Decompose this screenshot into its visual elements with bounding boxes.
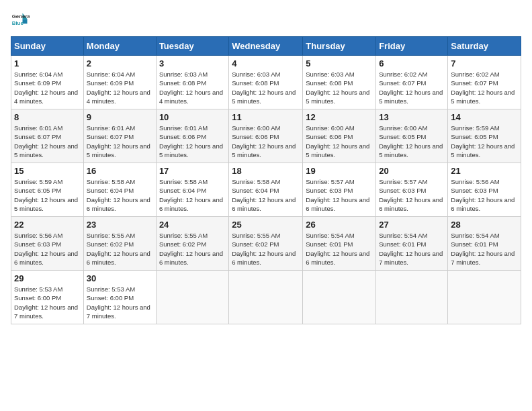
day-info: Sunrise: 6:01 AMSunset: 6:07 PMDaylight:… [87,124,153,159]
day-number: 1 [14,58,81,68]
calendar-cell: 20 Sunrise: 5:57 AMSunset: 6:03 PMDaylig… [376,163,448,217]
day-info: Sunrise: 6:00 AMSunset: 6:06 PMDaylight:… [232,124,300,159]
day-info: Sunrise: 5:57 AMSunset: 6:03 PMDaylight:… [379,177,445,213]
day-info: Sunrise: 5:55 AMSunset: 6:02 PMDaylight:… [159,231,226,267]
calendar-cell [448,271,521,324]
day-number: 13 [379,112,445,122]
day-number: 9 [87,112,153,122]
calendar-cell: 19 Sunrise: 5:57 AMSunset: 6:03 PMDaylig… [303,163,376,217]
day-info: Sunrise: 6:04 AMSunset: 6:09 PMDaylight:… [87,70,153,105]
calendar-cell: 8 Sunrise: 6:01 AMSunset: 6:07 PMDayligh… [11,109,84,163]
day-number: 15 [14,166,81,176]
day-number: 14 [451,112,518,122]
calendar-cell: 1 Sunrise: 6:04 AMSunset: 6:09 PMDayligh… [11,56,84,109]
calendar-cell: 10 Sunrise: 6:01 AMSunset: 6:06 PMDaylig… [156,109,228,163]
day-number: 2 [87,58,153,68]
day-number: 29 [14,273,81,283]
column-header-saturday: Saturday [448,37,521,56]
calendar-cell: 15 Sunrise: 5:59 AMSunset: 6:05 PMDaylig… [11,163,84,217]
calendar-cell: 21 Sunrise: 5:56 AMSunset: 6:03 PMDaylig… [448,163,521,217]
calendar-cell: 13 Sunrise: 6:00 AMSunset: 6:05 PMDaylig… [376,109,448,163]
calendar-cell: 26 Sunrise: 5:54 AMSunset: 6:01 PMDaylig… [303,217,376,271]
calendar-cell: 29 Sunrise: 5:53 AMSunset: 6:00 PMDaylig… [11,271,84,324]
day-info: Sunrise: 5:57 AMSunset: 6:03 PMDaylight:… [306,177,373,213]
calendar-cell: 28 Sunrise: 5:54 AMSunset: 6:01 PMDaylig… [448,217,521,271]
calendar-cell [156,271,228,324]
calendar-week-5: 29 Sunrise: 5:53 AMSunset: 6:00 PMDaylig… [11,271,521,324]
day-info: Sunrise: 5:58 AMSunset: 6:04 PMDaylight:… [159,177,226,213]
day-number: 12 [306,112,373,122]
column-header-wednesday: Wednesday [229,37,303,56]
day-info: Sunrise: 5:54 AMSunset: 6:01 PMDaylight:… [451,231,518,267]
calendar-cell: 22 Sunrise: 5:56 AMSunset: 6:03 PMDaylig… [11,217,84,271]
day-number: 17 [159,166,226,176]
calendar-cell: 5 Sunrise: 6:03 AMSunset: 6:08 PMDayligh… [303,56,376,109]
calendar-cell [229,271,303,324]
logo: General Blue [11,11,30,30]
day-info: Sunrise: 6:03 AMSunset: 6:08 PMDaylight:… [232,70,300,105]
day-info: Sunrise: 6:00 AMSunset: 6:06 PMDaylight:… [306,124,373,159]
column-header-thursday: Thursday [303,37,376,56]
day-number: 19 [306,166,373,176]
day-info: Sunrise: 5:56 AMSunset: 6:03 PMDaylight:… [451,177,518,213]
calendar-week-1: 1 Sunrise: 6:04 AMSunset: 6:09 PMDayligh… [11,56,521,109]
day-number: 30 [87,273,153,283]
day-info: Sunrise: 5:59 AMSunset: 6:05 PMDaylight:… [451,124,518,159]
day-info: Sunrise: 5:55 AMSunset: 6:02 PMDaylight:… [232,231,300,267]
day-number: 25 [232,220,300,230]
calendar-cell: 6 Sunrise: 6:02 AMSunset: 6:07 PMDayligh… [376,56,448,109]
day-number: 4 [232,58,300,68]
svg-text:General: General [12,13,30,19]
calendar-cell: 27 Sunrise: 5:54 AMSunset: 6:01 PMDaylig… [376,217,448,271]
day-number: 11 [232,112,300,122]
day-number: 6 [379,58,445,68]
calendar-cell: 25 Sunrise: 5:55 AMSunset: 6:02 PMDaylig… [229,217,303,271]
day-info: Sunrise: 5:55 AMSunset: 6:02 PMDaylight:… [87,231,153,267]
day-number: 21 [451,166,518,176]
day-info: Sunrise: 5:58 AMSunset: 6:04 PMDaylight:… [232,177,300,213]
calendar-cell: 9 Sunrise: 6:01 AMSunset: 6:07 PMDayligh… [83,109,156,163]
day-info: Sunrise: 5:56 AMSunset: 6:03 PMDaylight:… [14,231,81,267]
calendar-cell: 3 Sunrise: 6:03 AMSunset: 6:08 PMDayligh… [156,56,228,109]
calendar-week-4: 22 Sunrise: 5:56 AMSunset: 6:03 PMDaylig… [11,217,521,271]
day-info: Sunrise: 5:58 AMSunset: 6:04 PMDaylight:… [87,177,153,213]
day-number: 3 [159,58,226,68]
calendar-cell: 4 Sunrise: 6:03 AMSunset: 6:08 PMDayligh… [229,56,303,109]
column-header-tuesday: Tuesday [156,37,228,56]
day-info: Sunrise: 6:03 AMSunset: 6:08 PMDaylight:… [306,70,373,105]
day-number: 28 [451,220,518,230]
day-number: 26 [306,220,373,230]
day-number: 5 [306,58,373,68]
calendar-table: SundayMondayTuesdayWednesdayThursdayFrid… [11,36,521,324]
day-number: 24 [159,220,226,230]
day-info: Sunrise: 6:00 AMSunset: 6:05 PMDaylight:… [379,124,445,159]
calendar-header: SundayMondayTuesdayWednesdayThursdayFrid… [11,37,521,56]
calendar-cell: 17 Sunrise: 5:58 AMSunset: 6:04 PMDaylig… [156,163,228,217]
calendar-cell: 24 Sunrise: 5:55 AMSunset: 6:02 PMDaylig… [156,217,228,271]
calendar-cell [303,271,376,324]
calendar-cell: 14 Sunrise: 5:59 AMSunset: 6:05 PMDaylig… [448,109,521,163]
day-info: Sunrise: 5:54 AMSunset: 6:01 PMDaylight:… [306,231,373,267]
day-info: Sunrise: 6:04 AMSunset: 6:09 PMDaylight:… [14,70,81,105]
column-header-sunday: Sunday [11,37,84,56]
day-number: 7 [451,58,518,68]
day-number: 23 [87,220,153,230]
column-header-friday: Friday [376,37,448,56]
day-info: Sunrise: 6:02 AMSunset: 6:07 PMDaylight:… [451,70,518,105]
calendar-cell: 2 Sunrise: 6:04 AMSunset: 6:09 PMDayligh… [83,56,156,109]
calendar-cell: 23 Sunrise: 5:55 AMSunset: 6:02 PMDaylig… [83,217,156,271]
calendar-cell [376,271,448,324]
page-header: General Blue [11,11,521,30]
calendar-cell: 12 Sunrise: 6:00 AMSunset: 6:06 PMDaylig… [303,109,376,163]
day-info: Sunrise: 6:02 AMSunset: 6:07 PMDaylight:… [379,70,445,105]
column-header-monday: Monday [83,37,156,56]
calendar-cell: 30 Sunrise: 5:53 AMSunset: 6:00 PMDaylig… [83,271,156,324]
calendar-cell: 16 Sunrise: 5:58 AMSunset: 6:04 PMDaylig… [83,163,156,217]
calendar-cell: 18 Sunrise: 5:58 AMSunset: 6:04 PMDaylig… [229,163,303,217]
svg-text:Blue: Blue [12,20,24,26]
day-info: Sunrise: 5:54 AMSunset: 6:01 PMDaylight:… [379,231,445,267]
calendar-week-3: 15 Sunrise: 5:59 AMSunset: 6:05 PMDaylig… [11,163,521,217]
day-info: Sunrise: 6:03 AMSunset: 6:08 PMDaylight:… [159,70,226,105]
day-number: 8 [14,112,81,122]
day-number: 27 [379,220,445,230]
